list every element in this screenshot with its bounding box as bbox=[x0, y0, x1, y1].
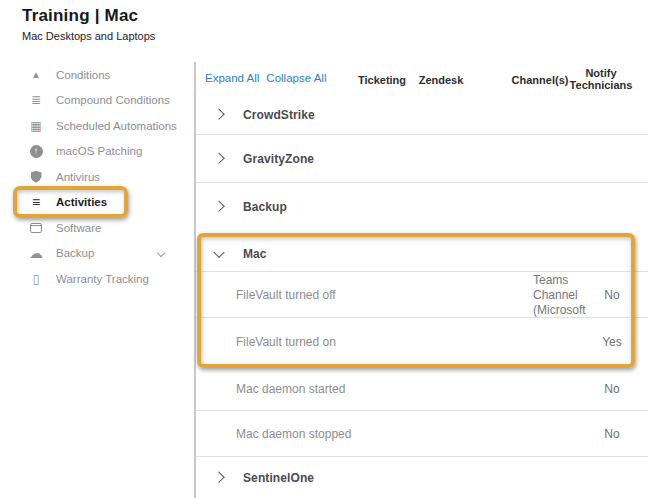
page-title: Training | Mac bbox=[22, 6, 155, 26]
notify-value: No bbox=[588, 288, 636, 302]
chevron-right-icon[interactable] bbox=[213, 153, 224, 164]
group-row-mac[interactable]: Mac bbox=[196, 236, 648, 272]
notify-value: No bbox=[588, 427, 636, 441]
sidebar-item-label: Activities bbox=[56, 196, 107, 208]
chevron-right-icon[interactable] bbox=[213, 108, 224, 119]
activity-label: FileVault turned on bbox=[236, 335, 336, 349]
group-label: CrowdStrike bbox=[243, 108, 315, 122]
compound-list-icon: ≣ bbox=[28, 93, 44, 107]
activity-label: Mac daemon started bbox=[236, 382, 345, 396]
sidebar-item-software[interactable]: Software bbox=[0, 215, 195, 241]
page-header: Training | Mac Mac Desktops and Laptops bbox=[22, 6, 155, 42]
list-icon: ≡ bbox=[28, 194, 44, 210]
warning-triangle-icon: ▲ bbox=[28, 69, 44, 80]
group-label: Backup bbox=[243, 200, 287, 214]
sidebar-item-conditions[interactable]: ▲ Conditions bbox=[0, 62, 195, 88]
sidebar-item-activities[interactable]: ≡ Activities bbox=[0, 190, 195, 216]
collapse-all-link[interactable]: Collapse All bbox=[266, 72, 326, 84]
sidebar-item-label: Compound Conditions bbox=[56, 94, 170, 106]
group-row-gravityzone[interactable]: GravityZone bbox=[196, 136, 648, 183]
sidebar-item-scheduled-automations[interactable]: ▦ Scheduled Automations bbox=[0, 113, 195, 139]
activity-label: FileVault turned off bbox=[236, 288, 336, 302]
chevron-down-icon[interactable] bbox=[157, 249, 165, 257]
sidebar-item-label: Backup bbox=[56, 247, 94, 259]
sidebar-item-label: Software bbox=[56, 222, 101, 234]
group-label: Mac bbox=[243, 247, 267, 261]
document-icon: ▯ bbox=[28, 272, 44, 286]
sidebar-item-label: Warranty Tracking bbox=[56, 273, 149, 285]
shield-icon bbox=[28, 171, 44, 183]
group-row-crowdstrike[interactable]: CrowdStrike bbox=[196, 95, 648, 135]
calendar-icon: ▦ bbox=[28, 119, 44, 133]
activity-label: Mac daemon stopped bbox=[236, 427, 351, 441]
sidebar-item-label: Scheduled Automations bbox=[56, 120, 177, 132]
sidebar-item-warranty-tracking[interactable]: ▯ Warranty Tracking bbox=[0, 266, 195, 292]
column-header-ticketing: Ticketing bbox=[352, 74, 412, 86]
column-header-channels: Channel(s) bbox=[510, 74, 570, 86]
sidebar-item-antivirus[interactable]: Antivirus bbox=[0, 164, 195, 190]
column-header-notify-technicians: Notify Technicians bbox=[568, 67, 634, 91]
chevron-down-icon[interactable] bbox=[213, 246, 224, 257]
app-window-icon bbox=[28, 223, 44, 233]
sidebar-item-label: Conditions bbox=[56, 69, 110, 81]
sidebar: ▲ Conditions ≣ Compound Conditions ▦ Sch… bbox=[0, 62, 195, 292]
activity-row-daemon-started[interactable]: Mac daemon started No bbox=[196, 368, 648, 411]
activity-row-filevault-off[interactable]: FileVault turned off Teams Channel (Micr… bbox=[196, 272, 648, 318]
app-screen: Training | Mac Mac Desktops and Laptops … bbox=[0, 0, 648, 498]
group-label: GravityZone bbox=[243, 152, 314, 166]
activity-row-daemon-stopped[interactable]: Mac daemon stopped No bbox=[196, 411, 648, 457]
notify-value: Yes bbox=[588, 335, 636, 349]
group-row-backup[interactable]: Backup bbox=[196, 184, 648, 230]
channel-value: Teams Channel (Microsoft bbox=[533, 272, 593, 317]
notify-value: No bbox=[588, 382, 636, 396]
sidebar-item-macos-patching[interactable]: ↑ macOS Patching bbox=[0, 139, 195, 165]
expand-collapse-toolbar: Expand All Collapse All bbox=[205, 72, 326, 84]
group-row-sentinelone[interactable]: SentinelOne bbox=[196, 457, 648, 498]
chevron-right-icon[interactable] bbox=[213, 201, 224, 212]
chevron-right-icon[interactable] bbox=[213, 471, 224, 482]
sidebar-item-label: Antivirus bbox=[56, 171, 100, 183]
activities-panel: Expand All Collapse All Ticketing Zendes… bbox=[196, 0, 648, 498]
page-subtitle: Mac Desktops and Laptops bbox=[22, 30, 155, 42]
expand-all-link[interactable]: Expand All bbox=[205, 72, 259, 84]
sidebar-item-label: macOS Patching bbox=[56, 145, 142, 157]
arrow-up-circle-icon: ↑ bbox=[28, 145, 44, 158]
cloud-icon: ☁ bbox=[28, 245, 44, 261]
sidebar-item-backup[interactable]: ☁ Backup bbox=[0, 241, 195, 267]
group-label: SentinelOne bbox=[243, 471, 314, 485]
sidebar-item-compound-conditions[interactable]: ≣ Compound Conditions bbox=[0, 88, 195, 114]
column-header-zendesk: Zendesk bbox=[411, 74, 471, 86]
activity-row-filevault-on[interactable]: FileVault turned on Yes bbox=[196, 318, 648, 365]
